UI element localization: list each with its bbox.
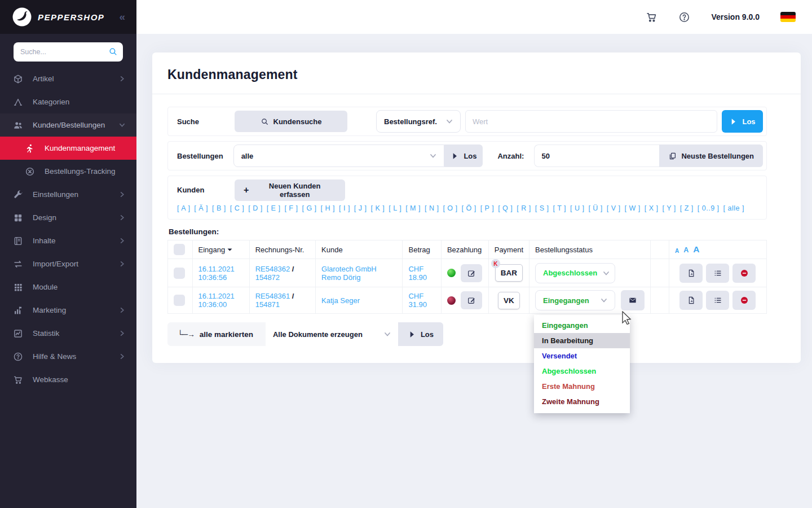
pdf-button[interactable] [679,291,703,310]
alphabet-link-K[interactable]: [ K ] [371,204,385,212]
customer-link[interactable]: Katja Seger [321,296,360,305]
sidebar-item-kundenmanagement[interactable]: Kundenmanagement [0,137,136,160]
status-option-eingegangen[interactable]: Eingegangen [534,318,630,333]
sidebar-item-kunden-bestellungen[interactable]: Kunden/Bestellungen [0,113,136,137]
alphabet-link-W[interactable]: [ W ] [625,204,641,212]
sidebar-search-input[interactable] [14,42,123,62]
status-option-versendet[interactable]: Versendet [534,348,630,364]
search-icon[interactable] [108,47,118,56]
alphabet-link-H[interactable]: [ H ] [321,204,335,212]
sidebar-item-kategorien[interactable]: Kategorien [0,90,136,113]
col-betrag[interactable]: Betrag [403,240,441,259]
delete-order-button[interactable] [732,291,756,310]
alphabet-link-U[interactable]: [ U ] [570,204,584,212]
payment-method-button[interactable]: VK [498,292,520,309]
orders-scope-select[interactable]: alle [233,144,445,167]
sidebar-item-marketing[interactable]: Marketing [0,299,136,322]
alphabet-link-D[interactable]: [ D ] [248,204,262,212]
alphabet-link-Z[interactable]: [ Z ] [680,204,694,212]
help-circle-icon[interactable] [678,11,690,23]
alphabet-link-R[interactable]: [ R ] [517,204,531,212]
sidebar-item-import-export[interactable]: Import/Export [0,252,136,275]
col-eingang[interactable]: Eingang [192,240,249,259]
status-option-abgeschlossen[interactable]: Abgeschlossen [534,364,630,379]
sidebar-item-design[interactable]: Design [0,206,136,229]
alphabet-link-E[interactable]: [ E ] [267,204,281,212]
orders-go-button[interactable]: Los [444,144,483,167]
alphabet-link-G[interactable]: [ G ] [302,204,316,212]
alphabet-link-Y[interactable]: [ Y ] [663,204,676,212]
alphabet-link-M[interactable]: [ M ] [405,204,421,212]
sidebar-item-bestellungs-tracking[interactable]: Bestellungs-Tracking [0,160,136,183]
delete-order-button[interactable] [732,264,756,283]
customer-search-button[interactable]: Kundensuche [235,111,347,132]
order-status-select[interactable]: Eingegangen [535,290,615,310]
alphabet-link-O[interactable]: [ O ] [443,204,457,212]
status-option-in-bearbeitung[interactable]: In Bearbeitung [534,333,630,348]
sidebar-item-artikel[interactable]: Artikel [0,67,136,90]
invoice-link[interactable]: RE548361 [255,292,290,300]
alphabet-link-F[interactable]: [ F ] [284,204,298,212]
select-all-checkbox[interactable] [174,244,185,255]
pdf-button[interactable] [679,264,703,283]
col-kunde[interactable]: Kunde [316,240,403,259]
order-details-button[interactable] [706,291,729,310]
search-value-input[interactable] [465,110,717,133]
col-rechnungs-nr[interactable]: Rechnungs-Nr. [249,240,315,259]
bulk-go-button[interactable]: Los [398,322,443,346]
cart-icon[interactable] [646,11,657,23]
font-size-control-3[interactable]: A [693,245,699,254]
order-status-select[interactable]: Abgeschlossen [535,263,615,283]
alphabet-link-X[interactable]: [ X ] [645,204,659,212]
alphabet-link-I[interactable]: [ I ] [339,204,350,212]
sidebar-item-module[interactable]: Module [0,275,136,299]
alphabet-link-Q[interactable]: [ Q ] [498,204,513,212]
alphabet-link-V[interactable]: [ V ] [607,204,621,212]
invoice-link[interactable]: RE548362 [255,265,290,273]
status-option-zweite-mahnung[interactable]: Zweite Mahnung [534,394,630,409]
sidebar-item-webkasse[interactable]: Webkasse [0,368,136,391]
alphabet-link-Ä[interactable]: [ Ä ] [194,204,208,212]
row-checkbox[interactable] [174,295,185,306]
alphabet-link-C[interactable]: [ C ] [230,204,244,212]
language-flag-german[interactable] [780,12,796,22]
new-customer-button[interactable]: + Neuen Kunden erfassen [235,179,345,201]
bulk-action-select[interactable]: Alle Dokumente erzeugen [266,322,398,346]
font-size-control-2[interactable]: A [683,247,689,254]
brand-name: PEPPERSHOP [38,12,104,22]
sidebar-item-inhalte[interactable]: Inhalte [0,229,136,252]
alphabet-link-0..9[interactable]: [ 0..9 ] [698,204,720,212]
newest-orders-button[interactable]: Neuste Bestellungen [659,144,763,167]
order-ref-select[interactable]: Bestellungsref. [376,110,461,133]
alphabet-link-A[interactable]: [ A ] [177,204,190,212]
send-mail-button[interactable] [621,290,645,310]
order-number-link[interactable]: 154871 [255,300,280,309]
alphabet-link-J[interactable]: [ J ] [354,204,367,212]
alphabet-link-S[interactable]: [ S ] [535,204,549,212]
edit-payment-button[interactable] [461,291,482,309]
alphabet-link-N[interactable]: [ N ] [425,204,439,212]
payment-method-button[interactable]: KBAR [495,264,523,282]
alphabet-link-Ö[interactable]: [ Ö ] [462,204,476,212]
alphabet-link-L[interactable]: [ L ] [389,204,401,212]
search-go-button[interactable]: Los [722,110,763,133]
alphabet-link-Ü[interactable]: [ Ü ] [588,204,602,212]
font-size-control-1[interactable]: A [675,248,679,254]
sidebar-item-einstellungen[interactable]: Einstellungen [0,183,136,206]
order-date-link[interactable]: 16.11.2021 10:36:56 [198,265,235,282]
row-checkbox[interactable] [174,268,185,279]
order-number-link[interactable]: 154872 [255,273,280,282]
alphabet-link-B[interactable]: [ B ] [212,204,226,212]
sidebar-item-statistik[interactable]: Statistik [0,322,136,345]
alphabet-link-alle[interactable]: [ alle ] [723,204,744,212]
order-details-button[interactable] [706,264,729,283]
sidebar-collapse-icon[interactable]: « [119,11,125,23]
count-input[interactable] [534,144,659,167]
status-option-erste-mahnung[interactable]: Erste Mahnung [534,379,630,394]
customer-link[interactable]: Glarotech GmbH Remo Dörig [321,265,377,282]
alphabet-link-T[interactable]: [ T ] [553,204,566,212]
alphabet-link-P[interactable]: [ P ] [480,204,495,212]
order-date-link[interactable]: 16.11.2021 10:36:00 [198,292,235,309]
sidebar-item-hilfe-news[interactable]: Hilfe & News [0,345,136,368]
edit-payment-button[interactable] [461,264,482,282]
